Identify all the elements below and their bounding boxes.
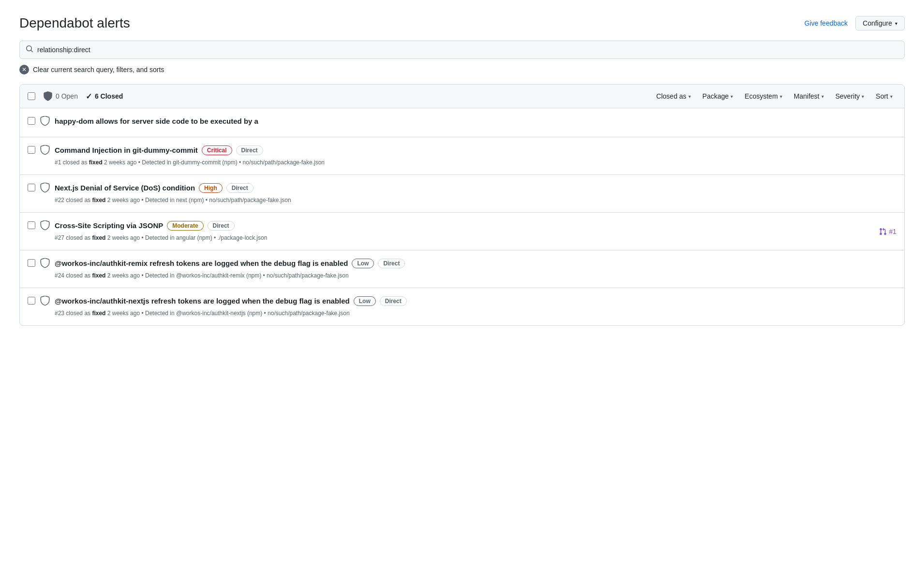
- toolbar-right: Closed as ▾ Package ▾ Ecosystem ▾ Manife…: [653, 90, 896, 102]
- severity-badge: Low: [354, 296, 376, 306]
- header-actions: Give feedback Configure ▾: [805, 16, 905, 30]
- search-bar[interactable]: relationship:direct: [19, 41, 905, 59]
- shield-icon: [40, 183, 50, 192]
- chevron-down-icon: ▾: [821, 94, 824, 99]
- alert-title[interactable]: happy-dom allows for server side code to…: [55, 116, 258, 126]
- chevron-down-icon: ▾: [780, 94, 782, 99]
- table-row: Next.js Denial of Service (DoS) conditio…: [20, 175, 904, 213]
- row-checkbox[interactable]: [28, 297, 35, 305]
- alert-content: @workos-inc/authkit-nextjs refresh token…: [55, 296, 896, 318]
- relationship-badge: Direct: [378, 259, 405, 268]
- check-icon: ✓: [86, 92, 92, 101]
- search-icon: [26, 45, 33, 55]
- filter-manifest[interactable]: Manifest ▾: [790, 90, 828, 102]
- alert-meta: #1 closed as fixed 2 weeks ago • Detecte…: [55, 158, 896, 167]
- clear-icon[interactable]: ✕: [19, 65, 29, 74]
- filter-ecosystem[interactable]: Ecosystem ▾: [741, 90, 786, 102]
- filter-severity[interactable]: Severity ▾: [832, 90, 868, 102]
- alert-content: Next.js Denial of Service (DoS) conditio…: [55, 183, 896, 204]
- pr-link[interactable]: #1: [879, 228, 896, 235]
- severity-badge: High: [199, 183, 223, 193]
- clear-text: Clear current search query, filters, and…: [33, 66, 164, 73]
- alert-content: happy-dom allows for server side code to…: [55, 116, 896, 129]
- alert-title-row: @workos-inc/authkit-remix refresh tokens…: [55, 258, 896, 268]
- alert-meta: #23 closed as fixed 2 weeks ago • Detect…: [55, 309, 896, 318]
- shield-icon: [40, 116, 50, 126]
- alert-title[interactable]: Next.js Denial of Service (DoS) conditio…: [55, 183, 195, 193]
- shield-icon: [40, 258, 50, 268]
- closed-count-label: 6 Closed: [95, 92, 123, 100]
- chevron-down-icon: ▾: [862, 94, 864, 99]
- row-checkbox[interactable]: [28, 259, 35, 267]
- page-header: Dependabot alerts Give feedback Configur…: [19, 15, 905, 31]
- pr-icon: [879, 228, 887, 235]
- relationship-badge: Direct: [208, 221, 235, 231]
- chevron-down-icon: ▾: [895, 21, 897, 26]
- alerts-toolbar: 0 Open ✓ 6 Closed Closed as ▾ Package ▾ …: [20, 85, 904, 108]
- relationship-badge: Direct: [226, 183, 253, 193]
- alerts-container: 0 Open ✓ 6 Closed Closed as ▾ Package ▾ …: [19, 84, 905, 326]
- shield-icon: [40, 220, 50, 230]
- toolbar-left: 0 Open ✓ 6 Closed: [28, 91, 645, 101]
- table-row: Command Injection in git-dummy-commit Cr…: [20, 137, 904, 175]
- alerts-list: happy-dom allows for server side code to…: [20, 108, 904, 325]
- alert-title-row: @workos-inc/authkit-nextjs refresh token…: [55, 296, 896, 306]
- alert-title[interactable]: Cross-Site Scripting via JSONP: [55, 220, 163, 231]
- alert-content: Cross-Site Scripting via JSONP Moderate …: [55, 220, 896, 242]
- alert-title-row: Next.js Denial of Service (DoS) conditio…: [55, 183, 896, 193]
- relationship-badge: Direct: [236, 146, 263, 155]
- shield-icon: [40, 296, 50, 306]
- table-row: @workos-inc/authkit-remix refresh tokens…: [20, 250, 904, 288]
- select-all-checkbox[interactable]: [28, 92, 35, 100]
- row-checkbox[interactable]: [28, 221, 35, 229]
- filter-package[interactable]: Package ▾: [699, 90, 737, 102]
- row-checkbox[interactable]: [28, 146, 35, 154]
- alert-title-row: happy-dom allows for server side code to…: [55, 116, 896, 126]
- page-title: Dependabot alerts: [19, 15, 130, 31]
- alert-title[interactable]: @workos-inc/authkit-nextjs refresh token…: [55, 296, 350, 306]
- chevron-down-icon: ▾: [890, 94, 893, 99]
- clear-bar[interactable]: ✕ Clear current search query, filters, a…: [19, 65, 905, 74]
- search-value: relationship:direct: [37, 46, 90, 54]
- open-count-label: 0 Open: [56, 92, 78, 100]
- alert-title[interactable]: @workos-inc/authkit-remix refresh tokens…: [55, 258, 348, 268]
- alert-meta: #24 closed as fixed 2 weeks ago • Detect…: [55, 271, 896, 280]
- alert-content: @workos-inc/authkit-remix refresh tokens…: [55, 258, 896, 280]
- give-feedback-link[interactable]: Give feedback: [805, 19, 848, 27]
- alert-title[interactable]: Command Injection in git-dummy-commit: [55, 145, 198, 155]
- severity-badge: Critical: [202, 146, 232, 155]
- shield-icon: [40, 145, 50, 155]
- filter-closed-as[interactable]: Closed as ▾: [653, 90, 695, 102]
- chevron-down-icon: ▾: [730, 94, 733, 99]
- alert-content: Command Injection in git-dummy-commit Cr…: [55, 145, 896, 167]
- relationship-badge: Direct: [380, 296, 407, 306]
- severity-badge: Low: [352, 259, 374, 268]
- chevron-down-icon: ▾: [688, 94, 691, 99]
- table-row: Cross-Site Scripting via JSONP Moderate …: [20, 213, 904, 250]
- severity-badge: Moderate: [167, 221, 203, 231]
- filter-sort[interactable]: Sort ▾: [872, 90, 896, 102]
- row-checkbox[interactable]: [28, 184, 35, 191]
- alert-meta: #27 closed as fixed 2 weeks ago • Detect…: [55, 233, 896, 242]
- table-row: happy-dom allows for server side code to…: [20, 108, 904, 137]
- alert-title-row: Command Injection in git-dummy-commit Cr…: [55, 145, 896, 155]
- alert-title-row: Cross-Site Scripting via JSONP Moderate …: [55, 220, 896, 231]
- alert-meta: #22 closed as fixed 2 weeks ago • Detect…: [55, 196, 896, 204]
- closed-count-button[interactable]: ✓ 6 Closed: [86, 92, 123, 101]
- row-checkbox[interactable]: [28, 117, 35, 125]
- table-row: @workos-inc/authkit-nextjs refresh token…: [20, 288, 904, 325]
- open-count-button[interactable]: 0 Open: [43, 91, 78, 101]
- configure-button[interactable]: Configure ▾: [855, 16, 905, 30]
